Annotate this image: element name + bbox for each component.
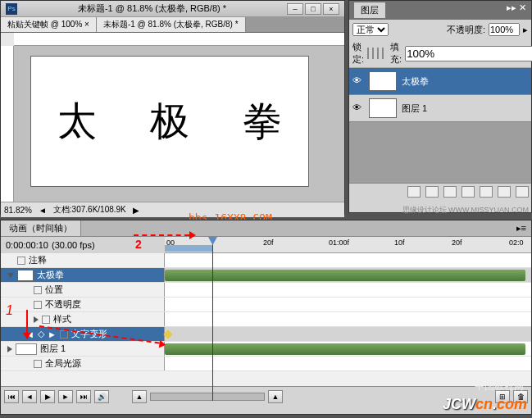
track-row[interactable]: 样式 xyxy=(1,312,531,327)
adjustment-icon[interactable] xyxy=(462,186,475,198)
doc-tab-2[interactable]: 未标题-1 @ 81.8% (太极拳, RGB/8) * xyxy=(97,17,246,32)
panel-header[interactable]: 图层 ▸▸ ✕ xyxy=(349,1,531,20)
file-size: 文档:307.6K/108.9K xyxy=(53,204,126,216)
expand-icon[interactable] xyxy=(34,316,39,323)
track-style: 样式 xyxy=(53,313,71,325)
document-tabs: 粘贴关键帧 @ 100% × 未标题-1 @ 81.8% (太极拳, RGB/8… xyxy=(1,17,344,33)
annotation-arrow-down xyxy=(26,310,28,334)
horizontal-ruler[interactable] xyxy=(14,33,344,46)
track-row[interactable]: T太极拳 xyxy=(1,268,531,283)
canvas[interactable]: 太 极 拳 xyxy=(30,56,309,187)
track-row[interactable]: ◄◇►文字变形 xyxy=(1,327,531,342)
track-thumbnail: T xyxy=(17,270,34,281)
expand-icon[interactable] xyxy=(7,273,14,278)
lock-position-icon[interactable] xyxy=(377,48,379,59)
collapse-icon[interactable]: ▸▸ ✕ xyxy=(507,2,526,18)
layer-name[interactable]: 图层 1 xyxy=(402,102,427,115)
audio-button[interactable]: 🔊 xyxy=(94,390,109,403)
canvas-text-1: 太 xyxy=(57,95,97,148)
fx-icon[interactable] xyxy=(425,186,439,198)
layer-row[interactable]: 👁 T 太极拳 xyxy=(349,68,531,95)
window-title: 未标题-1 @ 81.8% (太极拳, RGB/8) * xyxy=(78,2,226,15)
time-ruler[interactable]: 00 20f 01:00f 10f 20f 02:0 xyxy=(165,237,531,253)
watermark-cn: 中国教程网 xyxy=(475,379,524,393)
trash-icon[interactable] xyxy=(516,186,529,198)
ruler-mark: 10f xyxy=(394,239,405,247)
annotation-2: 2 xyxy=(135,238,142,251)
fps[interactable]: (30.00 fps) xyxy=(52,240,95,250)
track-row[interactable]: 不透明度 xyxy=(1,298,531,312)
minimize-button[interactable]: – xyxy=(287,3,303,15)
lock-pixels-icon[interactable] xyxy=(372,48,374,59)
track-comments: 注释 xyxy=(29,254,47,266)
lock-all-icon[interactable] xyxy=(382,48,384,59)
lock-label: 锁定: xyxy=(352,41,364,66)
stopwatch-icon[interactable] xyxy=(42,316,50,324)
zoom-in-button[interactable]: ▲ xyxy=(268,390,283,403)
maximize-button[interactable]: □ xyxy=(305,3,321,15)
track-row[interactable]: 图层 1 xyxy=(1,342,531,357)
stopwatch-icon[interactable] xyxy=(34,301,42,309)
scroll-left-icon[interactable]: ◄ xyxy=(39,206,47,215)
clip-bar[interactable] xyxy=(165,270,525,281)
ruler-mark: 00 xyxy=(166,239,175,247)
visibility-icon[interactable]: 👁 xyxy=(352,75,364,87)
link-icon[interactable] xyxy=(407,186,421,198)
playhead[interactable] xyxy=(212,237,213,401)
doc-tab-1[interactable]: 粘贴关键帧 @ 100% × xyxy=(1,17,97,32)
timeline-tab[interactable]: 动画（时间轴） xyxy=(1,220,81,236)
layer-thumbnail[interactable]: T xyxy=(369,71,397,91)
opacity-label: 不透明度: xyxy=(447,24,485,36)
layer-row[interactable]: 👁 图层 1 xyxy=(349,95,531,122)
chevron-right-icon[interactable]: ▸ xyxy=(523,25,528,35)
chevron-right-icon[interactable]: ▶ xyxy=(133,206,139,215)
timeline-header[interactable]: 动画（时间轴） ▸≡ xyxy=(1,220,531,237)
prev-frame-button[interactable]: ◄ xyxy=(22,390,37,403)
vertical-ruler[interactable] xyxy=(1,46,14,202)
track-global: 全局光源 xyxy=(45,357,81,370)
stopwatch-icon[interactable] xyxy=(60,330,68,338)
clip-bar[interactable] xyxy=(165,343,525,355)
track-row[interactable]: 位置 xyxy=(1,283,531,298)
visibility-icon[interactable]: 👁 xyxy=(352,102,364,114)
last-frame-button[interactable]: ⏭ xyxy=(76,390,91,403)
fill-input[interactable] xyxy=(405,46,532,61)
track-row[interactable]: 全局光源 xyxy=(1,357,531,371)
stopwatch-icon[interactable] xyxy=(34,360,42,368)
blend-mode-select[interactable]: 正常 xyxy=(352,23,389,36)
stopwatch-icon[interactable] xyxy=(34,286,42,294)
mask-icon[interactable] xyxy=(443,186,457,198)
play-button[interactable]: ▶ xyxy=(40,390,55,403)
stopwatch-icon[interactable] xyxy=(17,257,25,265)
current-time[interactable]: 0:00:00:10 xyxy=(6,240,48,250)
add-key-icon[interactable]: ◇ xyxy=(38,329,44,339)
track-name[interactable]: 图层 1 xyxy=(40,343,66,355)
close-button[interactable]: × xyxy=(323,3,339,15)
layers-tab[interactable]: 图层 xyxy=(354,2,385,18)
layer-name[interactable]: 太极拳 xyxy=(402,75,429,88)
expand-icon[interactable] xyxy=(7,346,12,352)
lock-transparent-icon[interactable] xyxy=(367,48,369,59)
track-opacity: 不透明度 xyxy=(45,298,81,311)
track-position: 位置 xyxy=(45,284,63,296)
canvas-viewport[interactable]: 太 极 拳 xyxy=(14,46,344,202)
next-key-icon[interactable]: ► xyxy=(48,329,57,339)
track-name[interactable]: 太极拳 xyxy=(37,269,64,281)
layers-footer xyxy=(349,183,531,200)
timeline-tracks: 注释 T太极拳 位置 不透明度 样式 ◄◇►文字变形 图层 1 全局光源 xyxy=(1,253,531,386)
zoom-level[interactable]: 81.82% xyxy=(4,206,32,215)
first-frame-button[interactable]: ⏮ xyxy=(4,390,19,403)
zoom-slider[interactable] xyxy=(150,393,265,401)
panel-menu-icon[interactable]: ▸≡ xyxy=(512,223,531,234)
keyframe[interactable] xyxy=(163,329,172,338)
canvas-text-3: 拳 xyxy=(243,95,282,148)
layer-thumbnail[interactable] xyxy=(369,98,397,118)
window-titlebar[interactable]: Ps 未标题-1 @ 81.8% (太极拳, RGB/8) * – □ × xyxy=(1,1,344,17)
opacity-input[interactable] xyxy=(489,23,520,36)
next-frame-button[interactable]: ► xyxy=(58,390,73,403)
annotation-1: 1 xyxy=(6,303,13,318)
folder-icon[interactable] xyxy=(480,186,493,198)
zoom-out-button[interactable]: ▲ xyxy=(132,390,147,403)
track-thumbnail xyxy=(16,343,37,355)
new-layer-icon[interactable] xyxy=(498,186,511,198)
